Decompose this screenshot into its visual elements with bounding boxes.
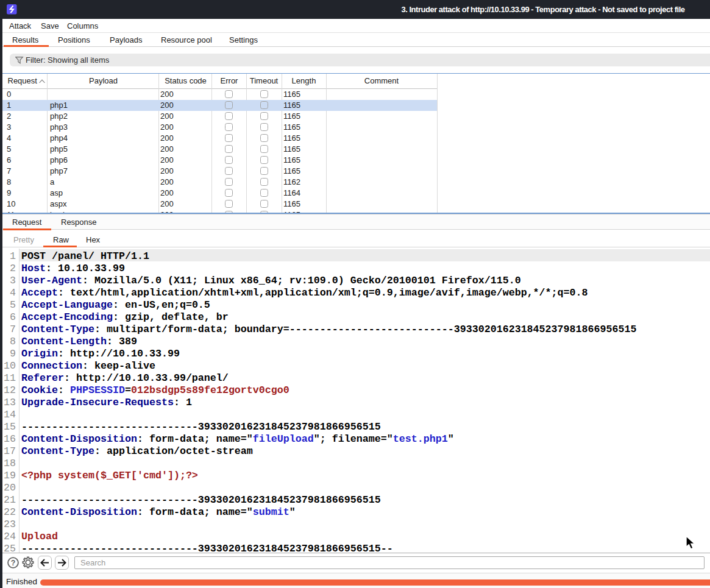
svg-text:?: ? — [10, 558, 15, 567]
